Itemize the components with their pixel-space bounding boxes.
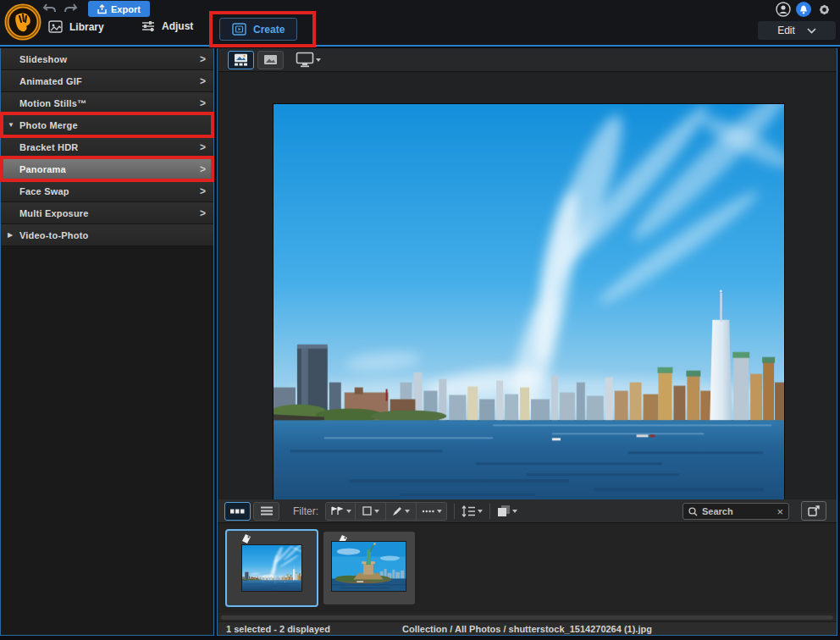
filter-adjusted-button[interactable] xyxy=(386,502,417,521)
chevron-right-icon: > xyxy=(200,185,206,197)
dropdown-caret xyxy=(346,510,351,513)
photo-canvas xyxy=(218,73,837,499)
monitor-icon xyxy=(296,52,314,68)
view-mode-viewer-only-button[interactable] xyxy=(257,51,284,69)
scrollbar-track[interactable] xyxy=(221,615,833,620)
chevron-right-icon: > xyxy=(200,207,206,219)
view-mode-browser-viewer-button[interactable] xyxy=(228,51,254,69)
main-panel: Filter: xyxy=(217,48,837,636)
sort-icon xyxy=(461,505,476,517)
settings-button[interactable] xyxy=(816,2,832,17)
open-in-window-icon xyxy=(808,505,821,516)
edit-label: Edit xyxy=(777,25,795,36)
sidebar-item-photo-merge[interactable]: ▼ Photo Merge xyxy=(1,114,213,136)
export-label: Export xyxy=(111,4,141,14)
toolbar-separator xyxy=(489,504,490,519)
sidebar-item-slideshow[interactable]: Slideshow > xyxy=(1,48,213,70)
tab-create-label: Create xyxy=(253,24,285,36)
chevron-right-icon: > xyxy=(200,75,206,87)
sidebar-item-motion-stills[interactable]: Motion Stills™ > xyxy=(1,92,213,114)
tab-adjust[interactable]: Adjust xyxy=(141,20,193,32)
toolbar-separator xyxy=(454,504,455,519)
search-box: × xyxy=(682,503,789,520)
search-icon xyxy=(688,507,698,516)
stacked-photos-icon xyxy=(497,505,511,517)
undock-browser-button[interactable] xyxy=(801,501,826,521)
chevron-right-icon: > xyxy=(200,141,206,153)
adjust-sliders-icon xyxy=(141,20,155,32)
sidebar-item-face-swap[interactable]: Face Swap > xyxy=(1,180,213,202)
thumbnail-nyc-skyline[interactable] xyxy=(225,529,318,607)
sidebar-item-bracket-hdr[interactable]: Bracket HDR > xyxy=(1,136,213,158)
dropdown-caret xyxy=(374,510,379,513)
filter-label: Filter: xyxy=(293,505,318,517)
dropdown-caret xyxy=(512,510,517,513)
dots-more-icon xyxy=(422,510,434,513)
triangle-down-icon: ▼ xyxy=(8,121,14,129)
thumbnail-scrollbar[interactable] xyxy=(218,613,837,621)
stack-photos-button[interactable] xyxy=(497,505,517,517)
dropdown-caret xyxy=(316,58,321,62)
filter-button-group xyxy=(325,502,447,521)
chevron-right-icon: > xyxy=(200,97,206,109)
sidebar-item-multi-exposure[interactable]: Multi Exposure > xyxy=(1,202,213,224)
sidebar-item-panorama[interactable]: Panorama > xyxy=(1,158,213,180)
library-icon xyxy=(48,20,63,33)
square-outline-icon xyxy=(362,506,372,516)
viewer-with-filmstrip-icon xyxy=(233,53,249,66)
tab-adjust-label: Adjust xyxy=(162,20,193,32)
search-input[interactable] xyxy=(702,506,772,516)
bell-icon xyxy=(796,2,811,17)
tab-library[interactable]: Library xyxy=(48,20,104,33)
chevron-down-icon xyxy=(807,28,816,34)
filter-label-shape-button[interactable] xyxy=(356,502,386,521)
app-header: Export Library Adjust Create xyxy=(0,0,840,47)
main-photo-nyc-skyline[interactable] xyxy=(273,103,785,516)
clear-search-icon[interactable]: × xyxy=(776,506,783,517)
dropdown-caret xyxy=(405,510,410,513)
tag-icon xyxy=(240,533,252,544)
thumbnail-strip xyxy=(218,523,837,613)
secondary-display-button[interactable] xyxy=(296,52,321,68)
edit-mode-dropdown[interactable]: Edit xyxy=(758,21,836,40)
thumbnail-grid-icon xyxy=(230,508,245,515)
create-menu-sidebar: Slideshow > Animated GIF > Motion Stills… xyxy=(0,48,214,636)
gear-icon xyxy=(817,3,832,17)
export-button[interactable]: Export xyxy=(88,1,150,17)
viewer-toolbar xyxy=(218,48,837,72)
sidebar-item-video-to-photo[interactable]: ▶ Video-to-Photo xyxy=(1,224,213,246)
filter-more-button[interactable] xyxy=(417,502,447,521)
account-button[interactable] xyxy=(776,2,791,17)
sort-order-button[interactable] xyxy=(461,505,483,517)
create-icon xyxy=(232,23,246,36)
thumbnail-statue-image xyxy=(331,541,406,592)
filter-flags-button[interactable] xyxy=(325,502,356,521)
viewer-only-icon xyxy=(263,54,278,65)
photodirector-logo[interactable] xyxy=(4,3,41,41)
selection-count: 1 selected - 2 displayed xyxy=(226,624,330,634)
redo-icon[interactable] xyxy=(63,2,78,15)
chevron-right-icon: > xyxy=(200,163,206,175)
status-bar: 1 selected - 2 displayed Collection / Al… xyxy=(218,621,837,635)
triangle-right-icon: ▶ xyxy=(8,231,13,239)
upload-icon xyxy=(97,4,107,14)
chevron-right-icon: > xyxy=(200,53,206,65)
thumbnail-view-button[interactable] xyxy=(224,502,251,521)
flags-icon xyxy=(330,506,344,516)
list-lines-icon xyxy=(260,506,274,516)
thumbnail-nyc-image xyxy=(241,544,302,592)
dropdown-caret xyxy=(437,510,442,513)
person-icon xyxy=(776,2,791,17)
dropdown-caret xyxy=(478,510,483,513)
pencil-icon xyxy=(392,506,402,516)
list-view-button[interactable] xyxy=(253,502,279,521)
notifications-button[interactable] xyxy=(796,2,811,17)
sidebar-item-animated-gif[interactable]: Animated GIF > xyxy=(1,70,213,92)
tab-create[interactable]: Create xyxy=(219,18,297,41)
thumbnail-statue-of-liberty[interactable] xyxy=(323,532,415,604)
tab-library-label: Library xyxy=(69,21,104,33)
undo-icon[interactable] xyxy=(42,2,58,15)
